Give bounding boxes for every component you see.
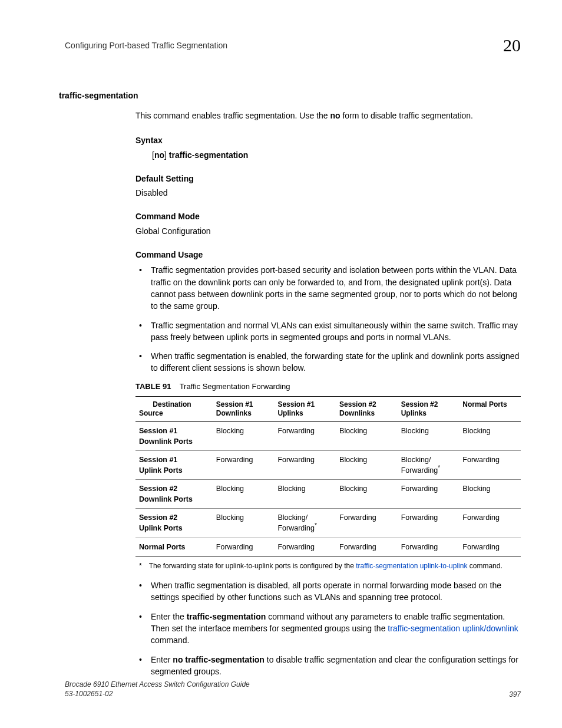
- default-setting-label: Default Setting: [135, 173, 521, 185]
- table-cell: Forwarding: [459, 538, 521, 556]
- usage-item: Traffic segmentation provides port-based…: [135, 264, 521, 312]
- footnote-text: The forwarding state for uplink-to-uplin…: [149, 561, 503, 571]
- table-cell: Blocking: [336, 480, 398, 509]
- row-header: Normal Ports: [135, 538, 213, 556]
- table-cell: Blocking: [398, 421, 459, 450]
- usage-item: When traffic segmentation is enabled, th…: [135, 350, 521, 374]
- footnote-link[interactable]: traffic-segmentation uplink-to-uplink: [356, 562, 467, 570]
- usage-item: Traffic segmentation and normal VLANs ca…: [135, 319, 521, 344]
- b3-pre: Enter: [151, 655, 173, 664]
- command-mode-value: Global Configuration: [135, 225, 521, 237]
- th-normal: Normal Ports: [459, 396, 521, 421]
- th-s2-down: Session #2Downlinks: [336, 396, 398, 421]
- usage-list-top: Traffic segmentation provides port-based…: [135, 264, 521, 374]
- forwarding-table: DestinationSource Session #1Downlinks Se…: [135, 396, 521, 556]
- table-cell: Forwarding: [336, 509, 398, 538]
- th-s1-up: Session #1Uplinks: [274, 396, 336, 421]
- page-header: Configuring Port-based Traffic Segmentat…: [65, 35, 521, 55]
- table-row: Session #2Uplink PortsBlockingBlocking/F…: [135, 509, 521, 538]
- table-cell: Blocking/Forwarding*: [274, 509, 336, 538]
- table-cell: Forwarding: [459, 509, 521, 538]
- table-cell: Blocking: [336, 450, 398, 479]
- table-cell: Blocking/Forwarding*: [398, 450, 459, 479]
- row-header: Session #1Uplink Ports: [135, 450, 213, 479]
- usage-item: When traffic segmentation is disabled, a…: [135, 579, 521, 604]
- table-row: Session #2Downlink PortsBlockingBlocking…: [135, 480, 521, 509]
- row-header: Session #2Uplink Ports: [135, 509, 213, 538]
- table-cell: Blocking: [336, 421, 398, 450]
- footer-docnum: 53-1002651-02: [65, 689, 250, 699]
- table-cell: Blocking: [459, 480, 521, 509]
- header-title: Configuring Port-based Traffic Segmentat…: [65, 41, 227, 50]
- th-dest: Destination: [153, 400, 191, 409]
- syntax-label: Syntax: [135, 134, 521, 146]
- footer-left: Brocade 6910 Ethernet Access Switch Conf…: [65, 680, 250, 699]
- table-footnote: * The forwarding state for uplink-to-upl…: [135, 561, 521, 571]
- table-cell: Forwarding: [459, 450, 521, 479]
- intro-post: form to disable traffic segmentation.: [340, 111, 473, 120]
- th-source: Source: [139, 409, 163, 417]
- table-cell: Forwarding: [274, 421, 336, 450]
- usage-item: Enter no traffic-segmentation to disable…: [135, 654, 521, 678]
- usage-item: Enter the traffic-segmentation command w…: [135, 611, 521, 647]
- table-cell: Forwarding: [274, 450, 336, 479]
- footnote-pre: The forwarding state for uplink-to-uplin…: [149, 562, 356, 570]
- table-cell: Forwarding: [398, 538, 459, 556]
- section-title: traffic-segmentation: [59, 91, 521, 100]
- b2-bold: traffic-segmentation: [187, 612, 266, 621]
- b3-bold: no traffic-segmentation: [173, 655, 265, 664]
- command-usage-label: Command Usage: [135, 249, 521, 261]
- b2-link[interactable]: traffic-segmentation uplink/downlink: [388, 624, 518, 633]
- footer-title: Brocade 6910 Ethernet Access Switch Conf…: [65, 680, 250, 689]
- table-cell: Forwarding: [398, 509, 459, 538]
- table-caption-label: TABLE 91: [135, 382, 171, 391]
- command-mode-label: Command Mode: [135, 210, 521, 222]
- chapter-number: 20: [503, 35, 521, 55]
- footnote-post: command.: [467, 562, 502, 570]
- th-s2-up: Session #2Uplinks: [398, 396, 459, 421]
- page-footer: Brocade 6910 Ethernet Access Switch Conf…: [65, 680, 521, 699]
- table-cell: Blocking: [213, 480, 275, 509]
- table-row: Session #1Downlink PortsBlockingForwardi…: [135, 421, 521, 450]
- intro-text: This command enables traffic segmentatio…: [135, 110, 521, 121]
- table-cell: Forwarding: [398, 480, 459, 509]
- table-row: Normal PortsForwardingForwardingForwardi…: [135, 538, 521, 556]
- intro-bold: no: [330, 111, 340, 120]
- syntax-text: [no] traffic-segmentation: [152, 149, 521, 161]
- table-cell: Blocking: [274, 480, 336, 509]
- syntax-mid: ]: [164, 150, 169, 160]
- usage-list-bottom: When traffic segmentation is disabled, a…: [135, 579, 521, 677]
- row-header: Session #2Downlink Ports: [135, 480, 213, 509]
- th-s1-down: Session #1Downlinks: [213, 396, 275, 421]
- table-body: Session #1Downlink PortsBlockingForwardi…: [135, 421, 521, 556]
- footnote-star: *: [139, 561, 142, 571]
- content-block: This command enables traffic segmentatio…: [135, 110, 521, 677]
- row-header: Session #1Downlink Ports: [135, 421, 213, 450]
- syntax-no: no: [154, 150, 164, 160]
- table-cell: Forwarding: [336, 538, 398, 556]
- intro-pre: This command enables traffic segmentatio…: [135, 111, 330, 120]
- default-setting-value: Disabled: [135, 187, 521, 199]
- table-caption: TABLE 91 Traffic Segmentation Forwarding: [135, 381, 521, 393]
- table-cell: Blocking: [459, 421, 521, 450]
- table-row: Session #1Uplink PortsForwardingForwardi…: [135, 450, 521, 479]
- b2-post: command.: [151, 635, 189, 645]
- page-number: 397: [509, 690, 521, 699]
- table-cell: Forwarding: [213, 538, 275, 556]
- table-cell: Forwarding: [213, 450, 275, 479]
- syntax-cmd: traffic-segmentation: [169, 150, 249, 160]
- table-cell: Blocking: [213, 421, 275, 450]
- table-cell: Forwarding: [274, 538, 336, 556]
- table-cell: Blocking: [213, 509, 275, 538]
- table-header-row: DestinationSource Session #1Downlinks Se…: [135, 396, 521, 421]
- b2-pre: Enter the: [151, 612, 187, 621]
- th-dest-source: DestinationSource: [135, 396, 213, 421]
- table-caption-title: Traffic Segmentation Forwarding: [180, 382, 290, 391]
